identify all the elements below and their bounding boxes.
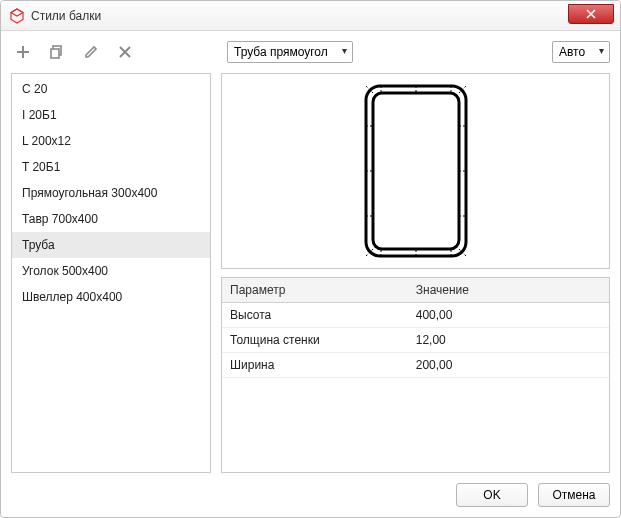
list-item[interactable]: I 20Б1	[12, 102, 210, 128]
right-panel: Параметр Значение Высота400,00Толщина ст…	[221, 73, 610, 473]
list-item-label: Прямоугольная 300x400	[22, 186, 157, 200]
list-item-label: Труба	[22, 238, 55, 252]
copy-icon[interactable]	[49, 44, 65, 60]
profile-dropdown[interactable]: Труба прямоугол	[227, 41, 353, 63]
list-item-label: L 200x12	[22, 134, 71, 148]
delete-icon[interactable]	[117, 44, 133, 60]
params-table: Параметр Значение Высота400,00Толщина ст…	[222, 278, 609, 378]
ok-button[interactable]: OK	[456, 483, 528, 507]
main-split: С 20I 20Б1L 200x12T 20Б1Прямоугольная 30…	[11, 73, 610, 473]
cell-value[interactable]: 200,00	[408, 353, 609, 378]
svg-rect-3	[51, 49, 59, 58]
col-header-value[interactable]: Значение	[408, 278, 609, 303]
params-table-wrap: Параметр Значение Высота400,00Толщина ст…	[221, 277, 610, 473]
list-item[interactable]: Прямоугольная 300x400	[12, 180, 210, 206]
cancel-button[interactable]: Отмена	[538, 483, 610, 507]
svg-rect-4	[366, 86, 466, 256]
list-item-label: Уголок 500x400	[22, 264, 108, 278]
close-button[interactable]	[568, 4, 614, 24]
cell-value[interactable]: 400,00	[408, 303, 609, 328]
dialog-body: Труба прямоугол Авто С 20I 20Б1L 200x12T…	[1, 31, 620, 517]
list-item[interactable]: T 20Б1	[12, 154, 210, 180]
edit-icon[interactable]	[83, 44, 99, 60]
section-preview	[221, 73, 610, 269]
toolbar: Труба прямоугол Авто	[11, 41, 610, 63]
table-row[interactable]: Толщина стенки12,00	[222, 328, 609, 353]
profile-dropdown-value: Труба прямоугол	[234, 45, 328, 59]
tube-profile-icon	[361, 81, 471, 261]
col-header-param[interactable]: Параметр	[222, 278, 408, 303]
list-item[interactable]: С 20	[12, 76, 210, 102]
list-item[interactable]: Труба	[12, 232, 210, 258]
list-item[interactable]: Тавр 700x400	[12, 206, 210, 232]
list-item[interactable]: L 200x12	[12, 128, 210, 154]
styles-list: С 20I 20Б1L 200x12T 20Б1Прямоугольная 30…	[11, 73, 211, 473]
svg-rect-5	[373, 93, 459, 249]
zoom-dropdown[interactable]: Авто	[552, 41, 610, 63]
svg-marker-1	[11, 9, 23, 16]
table-row[interactable]: Ширина200,00	[222, 353, 609, 378]
list-item-label: Швеллер 400x400	[22, 290, 122, 304]
add-icon[interactable]	[15, 44, 31, 60]
app-icon	[9, 8, 25, 24]
zoom-dropdown-value: Авто	[559, 45, 585, 59]
list-item[interactable]: Уголок 500x400	[12, 258, 210, 284]
dialog-window: Стили балки Труба прямоуг	[0, 0, 621, 518]
cell-param: Толщина стенки	[222, 328, 408, 353]
list-item-label: I 20Б1	[22, 108, 57, 122]
dialog-footer: OK Отмена	[11, 473, 610, 507]
list-item-label: С 20	[22, 82, 47, 96]
table-row[interactable]: Высота400,00	[222, 303, 609, 328]
cell-param: Высота	[222, 303, 408, 328]
list-item[interactable]: Швеллер 400x400	[12, 284, 210, 310]
list-item-label: T 20Б1	[22, 160, 60, 174]
cell-value[interactable]: 12,00	[408, 328, 609, 353]
window-title: Стили балки	[31, 9, 101, 23]
cell-param: Ширина	[222, 353, 408, 378]
list-item-label: Тавр 700x400	[22, 212, 98, 226]
titlebar: Стили балки	[1, 1, 620, 31]
toolbar-left	[11, 44, 137, 60]
